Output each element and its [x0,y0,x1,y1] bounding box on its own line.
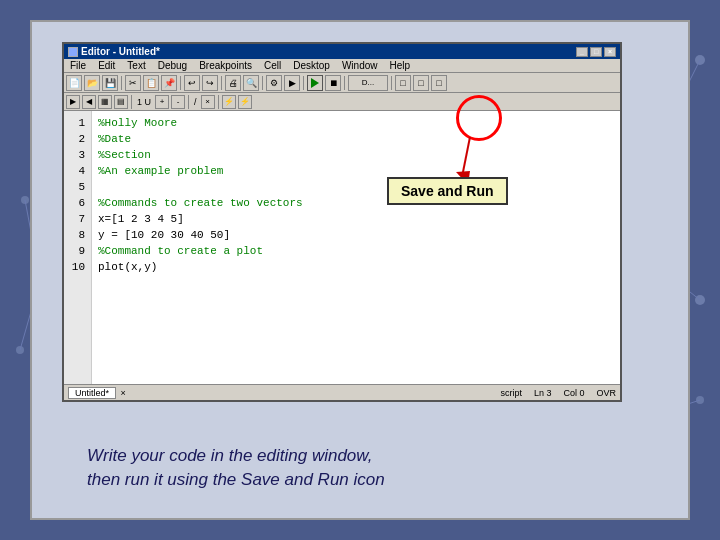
menu-breakpoints[interactable]: Breakpoints [197,60,254,71]
undo-button[interactable]: ↩ [184,75,200,91]
toolbar2-btn8[interactable]: ⚡ [238,95,252,109]
toolbar-btn-8[interactable]: ⏹ [325,75,341,91]
separator-1 [121,76,122,90]
status-script: script [500,388,522,398]
toolbar-btn-10[interactable]: □ [395,75,411,91]
toolbar2-btn6[interactable]: - [171,95,185,109]
code-line-3: %Section [98,147,614,163]
save-button[interactable]: 💾 [102,75,118,91]
code-area[interactable]: %Holly Moore %Date %Section %An example … [92,111,620,387]
svg-point-3 [695,55,705,65]
new-file-button[interactable]: 📄 [66,75,82,91]
instruction-line2: then run it using the Save and Run icon [87,468,385,493]
status-ln: Ln 3 [534,388,552,398]
code-line-5 [98,179,614,195]
window-title: Editor - Untitled* [81,46,160,57]
separator-7 [391,76,392,90]
menu-text[interactable]: Text [125,60,147,71]
editor-titlebar: Editor - Untitled* _ □ × [64,44,620,59]
save-and-run-button[interactable] [307,75,323,91]
separator-6 [344,76,345,90]
toolbar-btn-9[interactable]: D... [348,75,388,91]
code-line-9: %Command to create a plot [98,243,614,259]
open-button[interactable]: 📂 [84,75,100,91]
svg-point-19 [696,396,704,404]
toolbar2-close[interactable]: × [201,95,215,109]
svg-point-14 [16,346,24,354]
editor-content: 1 2 3 4 5 6 7 8 9 10 %Holly Moore %Date … [64,111,620,387]
menu-desktop[interactable]: Desktop [291,60,332,71]
separator-5 [303,76,304,90]
toolbar2-btn7[interactable]: ⚡ [222,95,236,109]
slide-container: Editor - Untitled* _ □ × File Edit Text … [30,20,690,520]
status-col: Col 0 [563,388,584,398]
status-right: script Ln 3 Col 0 OVR [500,388,616,398]
menu-cell[interactable]: Cell [262,60,283,71]
tab-close[interactable]: × [121,388,126,398]
editor-menubar: File Edit Text Debug Breakpoints Cell De… [64,59,620,73]
svg-point-12 [21,196,29,204]
code-line-10: plot(x,y) [98,259,614,275]
menu-file[interactable]: File [68,60,88,71]
separator-8 [131,95,132,109]
separator-3 [221,76,222,90]
titlebar-controls: _ □ × [576,47,616,57]
separator-9 [188,95,189,109]
code-line-2: %Date [98,131,614,147]
separator-4 [262,76,263,90]
min-button[interactable]: _ [576,47,588,57]
menu-help[interactable]: Help [387,60,412,71]
code-line-6: %Commands to create two vectors [98,195,614,211]
editor-toolbar-2: ▶ ◀ ▦ ▤ 1 U + - / × ⚡ ⚡ [64,93,620,111]
code-line-7: x=[1 2 3 4 5] [98,211,614,227]
copy-button[interactable]: 📋 [143,75,159,91]
code-line-4: %An example problem [98,163,614,179]
code-line-1: %Holly Moore [98,115,614,131]
toolbar2-btn2[interactable]: ◀ [82,95,96,109]
menu-window[interactable]: Window [340,60,380,71]
editor-toolbar-1: 📄 📂 💾 ✂ 📋 📌 ↩ ↪ 🖨 🔍 ⚙ ▶ ⏹ D... [64,73,620,93]
find-button[interactable]: 🔍 [243,75,259,91]
toolbar-btn-11[interactable]: □ [413,75,429,91]
separator-10 [218,95,219,109]
max-button[interactable]: □ [590,47,602,57]
toolbar-btn-12[interactable]: □ [431,75,447,91]
toolbar2-btn5[interactable]: + [155,95,169,109]
toolbar2-btn4[interactable]: ▤ [114,95,128,109]
svg-point-6 [695,295,705,305]
code-line-8: y = [10 20 30 40 50] [98,227,614,243]
line-numbers: 1 2 3 4 5 6 7 8 9 10 [64,111,92,387]
editor-window: Editor - Untitled* _ □ × File Edit Text … [62,42,622,402]
save-and-run-label: Save and Run [387,177,508,205]
toolbar2-btn1[interactable]: ▶ [66,95,80,109]
cut-button[interactable]: ✂ [125,75,141,91]
run-icon [311,78,319,88]
instruction-line1: Write your code in the editing window, [87,444,385,469]
close-button[interactable]: × [604,47,616,57]
redo-button[interactable]: ↪ [202,75,218,91]
status-ovr: OVR [596,388,616,398]
toolbar-btn-5[interactable]: ⚙ [266,75,282,91]
toolbar2-btn3[interactable]: ▦ [98,95,112,109]
paste-button[interactable]: 📌 [161,75,177,91]
separator-2 [180,76,181,90]
cell-indicator: / [192,97,199,107]
menu-edit[interactable]: Edit [96,60,117,71]
print-button[interactable]: 🖨 [225,75,241,91]
menu-debug[interactable]: Debug [156,60,189,71]
title-icon [68,47,78,57]
status-tab[interactable]: Untitled* [68,387,116,399]
editor-statusbar: Untitled* × script Ln 3 Col 0 OVR [64,384,620,400]
toolbar-btn-6[interactable]: ▶ [284,75,300,91]
line-indicator: 1 U [135,97,153,107]
instruction-block: Write your code in the editing window, t… [87,444,385,493]
